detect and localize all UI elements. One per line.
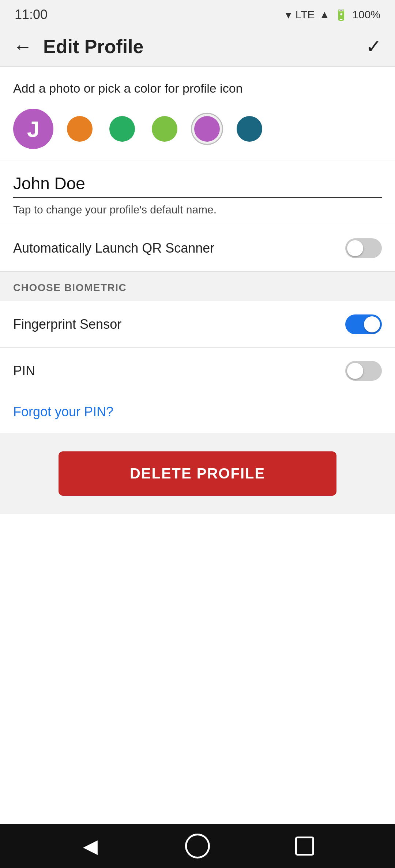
pin-toggle[interactable] <box>345 361 382 381</box>
app-bar-left: ← Edit Profile <box>13 36 143 57</box>
back-button[interactable]: ← <box>13 37 32 56</box>
fingerprint-toggle-knob <box>364 316 380 332</box>
app-bar: ← Edit Profile ✓ <box>0 26 395 67</box>
wifi-icon: ▾ <box>286 8 291 21</box>
nav-home-icon <box>185 834 210 858</box>
delete-profile-button[interactable]: DELETE PROFILE <box>59 451 336 496</box>
color-option-orange[interactable] <box>64 113 96 145</box>
color-option-light-green[interactable] <box>148 113 181 145</box>
pin-toggle-knob <box>347 363 363 379</box>
name-section: Tap to change your profile's default nam… <box>0 160 395 225</box>
color-dot-orange <box>67 116 93 142</box>
status-icons: ▾ LTE ▲ 🔋 100% <box>286 8 380 21</box>
page-title: Edit Profile <box>43 36 143 57</box>
color-dot-dark-green <box>109 116 135 142</box>
forgot-pin-row: Forgot your PIN? <box>0 394 395 433</box>
qr-scanner-toggle-knob <box>347 240 363 256</box>
forgot-pin-link[interactable]: Forgot your PIN? <box>13 404 113 419</box>
nav-back-icon: ◀ <box>83 835 98 857</box>
avatar[interactable]: J <box>13 109 53 149</box>
delete-section: DELETE PROFILE <box>0 433 395 514</box>
lte-label: LTE <box>296 8 315 21</box>
nav-recent-icon <box>295 837 314 856</box>
nav-back-button[interactable]: ◀ <box>76 831 105 861</box>
avatar-letter: J <box>27 116 40 142</box>
photo-color-label: Add a photo or pick a color for profile … <box>13 81 382 96</box>
biometric-header-label: CHOOSE BIOMETRIC <box>13 282 127 293</box>
photo-color-section: Add a photo or pick a color for profile … <box>0 67 395 160</box>
color-dot-light-green <box>152 116 177 142</box>
color-option-teal[interactable] <box>233 113 266 145</box>
signal-icon: ▲ <box>319 8 330 21</box>
nav-bar: ◀ <box>0 824 395 868</box>
pin-label: PIN <box>13 363 35 379</box>
fingerprint-label: Fingerprint Sensor <box>13 317 121 332</box>
color-dot-teal <box>237 116 262 142</box>
content-area: Add a photo or pick a color for profile … <box>0 67 395 824</box>
qr-scanner-label: Automatically Launch QR Scanner <box>13 241 214 256</box>
qr-scanner-row: Automatically Launch QR Scanner <box>0 225 395 271</box>
color-option-purple[interactable] <box>191 113 223 145</box>
nav-recent-button[interactable] <box>290 831 319 861</box>
status-time: 11:00 <box>15 7 48 22</box>
status-bar: 11:00 ▾ LTE ▲ 🔋 100% <box>0 0 395 26</box>
name-input[interactable] <box>13 174 382 198</box>
color-option-dark-green[interactable] <box>106 113 138 145</box>
battery-percent: 100% <box>352 8 380 21</box>
color-picker-row: J <box>13 109 382 149</box>
nav-home-button[interactable] <box>183 831 212 861</box>
biometric-section-header: CHOOSE BIOMETRIC <box>0 272 395 301</box>
pin-row: PIN <box>0 348 395 394</box>
fingerprint-row: Fingerprint Sensor <box>0 301 395 347</box>
fingerprint-toggle[interactable] <box>345 314 382 334</box>
color-dot-purple <box>194 116 220 142</box>
qr-scanner-toggle[interactable] <box>345 238 382 258</box>
name-hint: Tap to change your profile's default nam… <box>13 204 382 220</box>
save-button[interactable]: ✓ <box>366 36 382 57</box>
battery-icon: 🔋 <box>334 8 348 21</box>
